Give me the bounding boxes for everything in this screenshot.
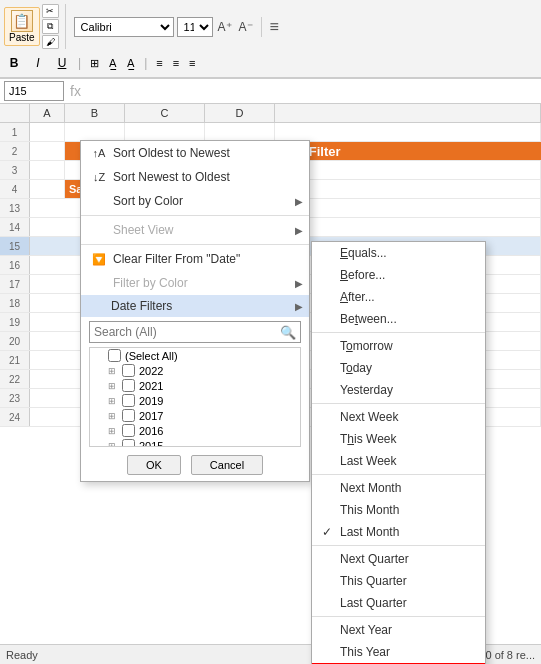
cell-d1[interactable]: [205, 123, 275, 141]
tomorrow-item[interactable]: Tomorrow: [312, 335, 485, 357]
align-left-button[interactable]: ≡: [153, 56, 165, 70]
cb-2016[interactable]: [122, 424, 135, 437]
checkbox-list[interactable]: (Select All) ⊞ 2022 ⊞ 2021 ⊞ 2019 ⊞ 2017: [89, 347, 301, 447]
cb-2021[interactable]: [122, 379, 135, 392]
between-item[interactable]: Between...: [312, 308, 485, 330]
search-box[interactable]: 🔍: [89, 321, 301, 343]
this-quarter-item[interactable]: This Quarter: [312, 570, 485, 592]
date-filters-arrow: ▶: [295, 301, 303, 312]
list-item[interactable]: ⊞ 2016: [104, 423, 300, 438]
cell-a4[interactable]: [30, 180, 65, 198]
col-header-b: B: [65, 104, 125, 122]
font-color-button[interactable]: A̲: [124, 56, 138, 71]
cb-2022[interactable]: [122, 364, 135, 377]
row-num-header: [0, 104, 30, 122]
row-num-4: 4: [0, 180, 30, 198]
this-month-item[interactable]: This Month: [312, 499, 485, 521]
tree-icon: ⊞: [108, 441, 118, 448]
align-right-button[interactable]: ≡: [186, 56, 198, 70]
fill-color-button[interactable]: A̲: [106, 56, 120, 71]
last-month-item[interactable]: ✓ Last Month: [312, 521, 485, 543]
hamburger-icon[interactable]: ≡: [270, 18, 279, 36]
cell-a3[interactable]: [30, 161, 65, 179]
select-all-checkbox[interactable]: [108, 349, 121, 362]
date-filters-item[interactable]: Date Filters ▶: [81, 295, 309, 317]
cell-a2[interactable]: [30, 142, 65, 160]
search-input[interactable]: [90, 322, 276, 342]
next-week-label: Next Week: [340, 410, 398, 424]
font-size-selector[interactable]: 11: [177, 17, 213, 37]
paste-button[interactable]: 📋 Paste: [4, 7, 40, 46]
cb-2022-label: 2022: [139, 365, 163, 377]
underline-button[interactable]: U: [52, 53, 72, 73]
cell-e1[interactable]: [275, 123, 541, 141]
cell-e4[interactable]: [275, 180, 541, 198]
cb-2015[interactable]: [122, 439, 135, 447]
cb-2019[interactable]: [122, 394, 135, 407]
last-quarter-label: Last Quarter: [340, 596, 407, 610]
formula-input[interactable]: [87, 81, 537, 101]
list-item[interactable]: ⊞ 2019: [104, 393, 300, 408]
after-item[interactable]: After...: [312, 286, 485, 308]
row-num-2: 2: [0, 142, 30, 160]
list-item[interactable]: ⊞ 2022: [104, 363, 300, 378]
this-month-label: This Month: [340, 503, 399, 517]
cell-b1[interactable]: [65, 123, 125, 141]
clear-filter-item[interactable]: 🔽 Clear Filter From "Date": [81, 247, 309, 271]
next-quarter-item[interactable]: Next Quarter: [312, 548, 485, 570]
list-item[interactable]: (Select All): [90, 348, 300, 363]
cut-button[interactable]: ✂: [42, 4, 59, 18]
last-quarter-item[interactable]: Last Quarter: [312, 592, 485, 614]
row-num-3: 3: [0, 161, 30, 179]
sort-color-item[interactable]: Sort by Color ▶: [81, 189, 309, 213]
cancel-button[interactable]: Cancel: [191, 455, 263, 475]
yesterday-item[interactable]: Yesterday: [312, 379, 485, 401]
cell-c1[interactable]: [125, 123, 205, 141]
format-painter-button[interactable]: 🖌: [42, 35, 59, 49]
next-week-item[interactable]: Next Week: [312, 406, 485, 428]
cb-2017[interactable]: [122, 409, 135, 422]
grow-font-button[interactable]: A⁺: [216, 18, 234, 36]
next-year-label: Next Year: [340, 623, 392, 637]
font-name-selector[interactable]: Calibri: [74, 17, 174, 37]
today-item[interactable]: Today: [312, 357, 485, 379]
cell-reference-input[interactable]: [4, 81, 64, 101]
cb-2021-label: 2021: [139, 380, 163, 392]
ribbon-row1: 📋 Paste ✂ ⧉ 🖌 Calibri 11 A⁺ A⁻ ≡: [4, 2, 537, 51]
italic-button[interactable]: I: [28, 53, 48, 73]
next-month-item[interactable]: Next Month: [312, 477, 485, 499]
align-center-button[interactable]: ≡: [170, 56, 182, 70]
this-year-item[interactable]: This Year: [312, 641, 485, 663]
next-year-item[interactable]: Next Year: [312, 619, 485, 641]
equals-item[interactable]: Equals...: [312, 242, 485, 264]
sheet-view-icon: [91, 222, 107, 238]
col-header-d: D: [205, 104, 275, 122]
clipboard-small-buttons: ✂ ⧉ 🖌: [42, 4, 59, 49]
borders-button[interactable]: ⊞: [87, 56, 102, 71]
spreadsheet-area: A B C D 1 2 Use of Filter 3 4 Sale: [0, 104, 541, 664]
list-item[interactable]: ⊞ 2017: [104, 408, 300, 423]
before-item[interactable]: Before...: [312, 264, 485, 286]
cell-e3[interactable]: [275, 161, 541, 179]
paste-icon: 📋: [11, 10, 33, 32]
shrink-font-button[interactable]: A⁻: [237, 18, 255, 36]
separator-1: [81, 215, 309, 216]
last-week-label: Last Week: [340, 454, 396, 468]
records-count: 0 of 8 re...: [485, 649, 535, 661]
ok-button[interactable]: OK: [127, 455, 181, 475]
this-year-label: This Year: [340, 645, 390, 659]
submenu-sep-5: [312, 616, 485, 617]
cell-a1[interactable]: [30, 123, 65, 141]
list-item[interactable]: ⊞ 2021: [104, 378, 300, 393]
this-week-item[interactable]: This Week: [312, 428, 485, 450]
list-item[interactable]: ⊞ 2015: [104, 438, 300, 447]
copy-button[interactable]: ⧉: [42, 19, 59, 34]
sort-newest-item[interactable]: ↓Z Sort Newest to Oldest: [81, 165, 309, 189]
cb-2015-label: 2015: [139, 440, 163, 448]
sort-oldest-item[interactable]: ↑A Sort Oldest to Newest: [81, 141, 309, 165]
last-week-item[interactable]: Last Week: [312, 450, 485, 472]
toolbar: 📋 Paste ✂ ⧉ 🖌 Calibri 11 A⁺ A⁻ ≡ B I U |: [0, 0, 541, 78]
bold-button[interactable]: B: [4, 53, 24, 73]
equals-label: Equals...: [340, 246, 387, 260]
sort-oldest-label: Sort Oldest to Newest: [113, 146, 230, 160]
